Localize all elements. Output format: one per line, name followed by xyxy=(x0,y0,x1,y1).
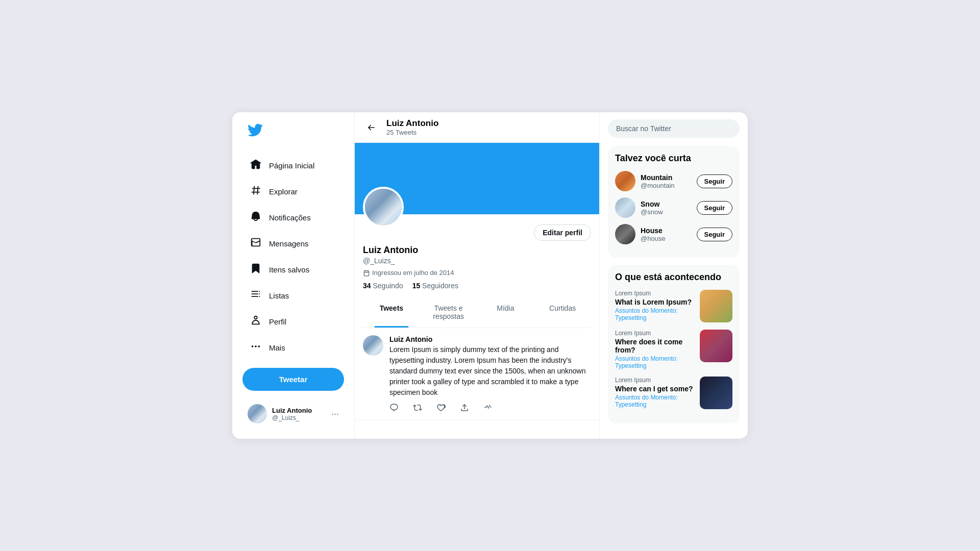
happening-image-1 xyxy=(700,290,732,322)
tweet-analytics-button[interactable] xyxy=(483,403,493,412)
suggest-item-house: House @house Seguir xyxy=(615,224,732,244)
happening-widget: O que está acontecendo Lorem Ipsum What … xyxy=(608,265,740,423)
sidebar-nav: Página Inicial Explorar Notificações Men… xyxy=(242,154,344,360)
search-input[interactable] xyxy=(608,119,740,138)
tweet-like-button[interactable] xyxy=(436,403,446,412)
back-button[interactable] xyxy=(363,119,379,136)
sidebar-user[interactable]: Luiz Antonio @_Luizs_ ··· xyxy=(242,399,344,429)
profile-header-info: Luiz Antonio 25 Tweets xyxy=(386,118,438,136)
home-icon xyxy=(250,159,262,172)
tab-likes[interactable]: Curtidas xyxy=(534,297,591,328)
profile-following-count: 34 xyxy=(363,282,371,290)
happening-item-3[interactable]: Lorem Ipsum Where can I get some? Assunt… xyxy=(615,377,732,409)
suggest-name-house: House xyxy=(641,227,692,235)
suggest-avatar-mountain xyxy=(615,171,635,191)
follow-button-mountain[interactable]: Seguir xyxy=(697,174,732,188)
sidebar-item-notifications-label: Notificações xyxy=(269,213,311,222)
follow-button-house[interactable]: Seguir xyxy=(697,228,732,241)
mail-icon xyxy=(250,237,262,251)
sidebar-user-more-icon[interactable]: ··· xyxy=(331,409,339,419)
sidebar-item-home[interactable]: Página Inicial xyxy=(242,154,344,178)
suggest-handle-snow: @snow xyxy=(641,208,692,216)
sidebar-item-messages-label: Mensagens xyxy=(269,239,309,248)
happening-headline-2: Where does it come from? xyxy=(615,338,695,354)
happening-headline-1: What is Lorem Ipsum? xyxy=(615,298,695,306)
twitter-logo-icon[interactable] xyxy=(242,122,344,141)
sidebar-user-info: Luiz Antonio @_Luizs_ xyxy=(272,407,326,421)
happening-category-3: Lorem Ipsum xyxy=(615,377,695,384)
sidebar-item-notifications[interactable]: Notificações xyxy=(242,206,344,230)
happening-category-2: Lorem Ipsum xyxy=(615,330,695,337)
suggest-handle-house: @house xyxy=(641,235,692,242)
profile-tabs: Tweets Tweets e respostas Mídia Curtidas xyxy=(363,297,591,328)
profile-joined: Ingressou em julho de 2014 xyxy=(363,269,591,277)
sidebar-item-more[interactable]: Mais xyxy=(242,336,344,360)
profile-info-section: Editar perfil Luiz Antonio @_Luizs_ Ingr… xyxy=(355,214,599,328)
happening-headline-3: Where can I get some? xyxy=(615,385,695,393)
happening-sub-3: Assuntos do Momento: Typesetting xyxy=(615,394,695,408)
happening-text-2: Lorem Ipsum Where does it come from? Ass… xyxy=(615,330,695,369)
happening-title: O que está acontecendo xyxy=(615,272,732,283)
happening-item-1[interactable]: Lorem Ipsum What is Lorem Ipsum? Assunto… xyxy=(615,290,732,322)
tweet-share-button[interactable] xyxy=(460,403,469,412)
suggest-info-snow: Snow @snow xyxy=(641,200,692,216)
suggest-info-mountain: Mountain @mountain xyxy=(641,173,692,189)
tab-tweets[interactable]: Tweets xyxy=(363,297,420,328)
happening-category-1: Lorem Ipsum xyxy=(615,290,695,297)
sidebar-item-lists-label: Listas xyxy=(269,291,289,300)
profile-avatar xyxy=(363,187,404,228)
tweet-retweet-button[interactable] xyxy=(413,403,422,412)
suggest-handle-mountain: @mountain xyxy=(641,182,692,189)
profile-handle: @_Luizs_ xyxy=(363,257,591,265)
person-icon xyxy=(250,315,262,329)
you-may-like-widget: Talvez você curta Mountain @mountain Seg… xyxy=(608,146,740,258)
suggest-info-house: House @house xyxy=(641,227,692,242)
sidebar-user-name: Luiz Antonio xyxy=(272,407,326,414)
happening-sub-2: Assuntos do Momento: Typesetting xyxy=(615,355,695,369)
profile-avatar-wrap xyxy=(363,187,404,228)
profile-header-name: Luiz Antonio xyxy=(386,118,438,129)
sidebar-item-bookmarks[interactable]: Itens salvos xyxy=(242,258,344,282)
sidebar-item-lists[interactable]: Listas xyxy=(242,284,344,308)
happening-sub-1: Assuntos do Momento: Typesetting xyxy=(615,307,695,321)
sidebar-item-explore-label: Explorar xyxy=(269,187,298,196)
tweet-actions xyxy=(389,403,591,412)
tab-tweets-replies[interactable]: Tweets e respostas xyxy=(420,297,477,328)
tweet-body: Luiz Antonio Lorem Ipsum is simply dummy… xyxy=(389,335,591,412)
app-container: Página Inicial Explorar Notificações Men… xyxy=(232,112,748,439)
tweet-author-name: Luiz Antonio xyxy=(389,335,591,343)
you-may-like-title: Talvez você curta xyxy=(615,153,732,164)
profile-followers-count: 15 xyxy=(412,282,421,290)
happening-item-2[interactable]: Lorem Ipsum Where does it come from? Ass… xyxy=(615,330,732,369)
explore-icon xyxy=(250,185,262,198)
sidebar-user-avatar xyxy=(248,404,267,423)
edit-profile-button[interactable]: Editar perfil xyxy=(534,224,591,241)
sidebar-item-more-label: Mais xyxy=(269,343,285,352)
sidebar-user-handle: @_Luizs_ xyxy=(272,414,326,421)
suggest-item-mountain: Mountain @mountain Seguir xyxy=(615,171,732,191)
tweet-text: Lorem Ipsum is simply dummy text of the … xyxy=(389,344,591,398)
profile-following-label: Seguindo xyxy=(373,282,403,290)
happening-image-3 xyxy=(700,377,732,409)
profile-header-tweets: 25 Tweets xyxy=(386,129,438,136)
suggest-avatar-snow xyxy=(615,197,635,218)
profile-name: Luiz Antonio xyxy=(363,245,591,256)
sidebar-item-messages[interactable]: Mensagens xyxy=(242,232,344,256)
profile-followers: 15 Seguidores xyxy=(412,282,458,290)
tweet-reply-button[interactable] xyxy=(389,403,399,412)
lists-icon xyxy=(250,289,262,303)
profile-joined-text: Ingressou em julho de 2014 xyxy=(372,269,454,277)
profile-following: 34 Seguindo xyxy=(363,282,403,290)
happening-text-3: Lorem Ipsum Where can I get some? Assunt… xyxy=(615,377,695,408)
tab-media[interactable]: Mídia xyxy=(477,297,534,328)
right-panel: Talvez você curta Mountain @mountain Seg… xyxy=(600,112,748,439)
tweet-author-avatar xyxy=(363,335,383,356)
profile-stats: 34 Seguindo 15 Seguidores xyxy=(363,282,591,290)
follow-button-snow[interactable]: Seguir xyxy=(697,201,732,215)
suggest-avatar-house xyxy=(615,224,635,244)
bell-icon xyxy=(250,211,262,224)
tweet-button[interactable]: Tweetar xyxy=(242,368,344,391)
profile-followers-label: Seguidores xyxy=(422,282,458,290)
sidebar-item-explore[interactable]: Explorar xyxy=(242,180,344,204)
sidebar-item-profile[interactable]: Perfil xyxy=(242,310,344,334)
